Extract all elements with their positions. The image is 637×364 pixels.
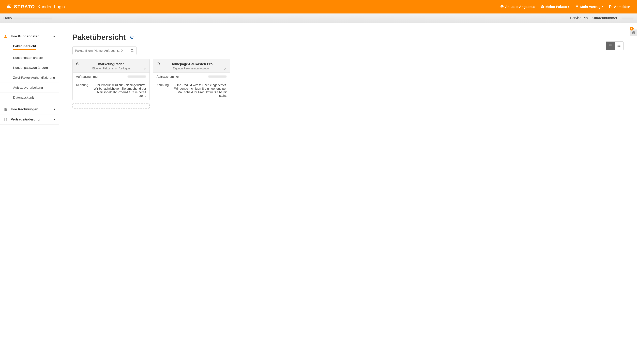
sidebar-item-change-password[interactable]: Kundenpasswort ändern <box>0 63 59 73</box>
redacted-customer-number <box>622 17 634 20</box>
document-icon <box>4 108 8 111</box>
sidebar: Ihre Kundendaten Paketübersicht Kundenda… <box>0 23 59 124</box>
card-subtitle: Eigenen Paketnamen festlegen <box>76 67 146 70</box>
greeting-left: Hallo <box>3 16 52 20</box>
redacted-order-number <box>208 75 227 78</box>
svg-rect-7 <box>609 45 610 45</box>
filter-input[interactable] <box>72 46 128 55</box>
top-bar: STRATO Kunden-Login % Aktuelle Angebote … <box>0 0 637 14</box>
card-row-order: Auftragsnummer <box>153 73 230 81</box>
order-number-label: Auftragsnummer <box>76 75 98 78</box>
ident-label: Kennung <box>156 84 172 87</box>
sidebar-head-customer-data[interactable]: Ihre Kundendaten <box>0 31 59 41</box>
nav-offers[interactable]: % Aktuelle Angebote <box>500 5 535 9</box>
svg-rect-11 <box>610 46 610 46</box>
svg-rect-12 <box>611 46 612 46</box>
card-title: marketingRadar <box>76 62 146 66</box>
view-toggle <box>606 42 624 50</box>
brand-logo-icon <box>7 4 12 9</box>
user-icon <box>575 5 579 8</box>
cards-container: marketingRadar Eigenen Paketnamen festle… <box>72 59 637 100</box>
user-icon <box>4 34 8 38</box>
sidebar-item-change-data[interactable]: Kundendaten ändern <box>0 53 59 63</box>
edit-document-icon <box>4 118 8 121</box>
nav-offers-label: Aktuelle Angebote <box>505 5 535 9</box>
sidebar-head-label: Vertragsänderung <box>11 118 40 121</box>
header-subtitle: Kunden-Login <box>38 4 65 10</box>
nav-logout-label: Abmelden <box>614 5 630 9</box>
package-card: Homepage-Baukasten Pro Eigenen Paketname… <box>153 59 230 100</box>
svg-point-5 <box>5 35 6 36</box>
greeting-bar: Hallo Service-PIN Kundennummer: <box>0 14 637 23</box>
svg-point-4 <box>576 6 578 7</box>
sidebar-item-order-processing[interactable]: Auftragsverarbeitung <box>0 83 59 93</box>
svg-rect-9 <box>611 45 612 45</box>
order-number-label: Auftragsnummer <box>156 75 179 78</box>
svg-text:%: % <box>501 6 503 8</box>
redacted-order-number <box>128 75 146 78</box>
view-list-button[interactable] <box>614 42 623 50</box>
sidebar-sub-customer-data: Paketübersicht Kundendaten ändern Kunden… <box>0 41 59 104</box>
svg-rect-18 <box>618 46 620 47</box>
sidebar-head-label: Ihre Kundendaten <box>11 34 40 38</box>
card-header: Homepage-Baukasten Pro Eigenen Paketname… <box>153 59 230 73</box>
sidebar-item-2fa[interactable]: Zwei-Faktor-Authentifizierung <box>0 73 59 83</box>
svg-text:?: ? <box>633 32 634 34</box>
card-row-order: Auftragsnummer <box>73 73 150 81</box>
nav-packages[interactable]: Meine Pakete <box>540 5 570 9</box>
pencil-icon[interactable] <box>144 68 146 70</box>
customer-number-label: Kundennummer: <box>592 16 618 20</box>
main-content: Paketübersicht marketingRadar <box>59 23 637 124</box>
sidebar-head-invoices[interactable]: Ihre Rechnungen <box>0 104 59 114</box>
svg-rect-8 <box>610 45 610 45</box>
help-icon: ? <box>632 31 636 34</box>
ident-text: - Ihr Produkt wird zur Zeit eingerichtet… <box>174 84 227 98</box>
nav-contract[interactable]: Mein Vertrag <box>575 5 603 9</box>
filter-row <box>72 46 637 55</box>
chevron-right-icon <box>602 6 603 8</box>
card-row-ident: Kennung - Ihr Produkt wird zur Zeit eing… <box>73 81 150 100</box>
svg-rect-17 <box>618 46 618 47</box>
add-package-placeholder[interactable] <box>72 104 150 108</box>
greeting-hello: Hallo <box>3 16 12 20</box>
filter-search-button[interactable] <box>128 46 136 55</box>
svg-line-20 <box>132 51 134 52</box>
card-title: Homepage-Baukasten Pro <box>156 62 227 66</box>
package-icon <box>540 5 544 8</box>
nav-packages-label: Meine Pakete <box>546 5 567 9</box>
clock-icon <box>76 62 79 66</box>
card-row-ident: Kennung - Ihr Produkt wird zur Zeit eing… <box>153 81 230 100</box>
service-pin-link[interactable]: Service-PIN <box>570 16 588 20</box>
sidebar-head-contract-change[interactable]: Vertragsänderung <box>0 114 59 124</box>
pencil-icon[interactable] <box>224 68 227 70</box>
svg-point-19 <box>131 50 133 52</box>
nav-logout[interactable]: Abmelden <box>609 5 630 9</box>
help-badge: 6 <box>630 27 634 30</box>
svg-rect-10 <box>609 46 610 46</box>
ident-text: - Ihr Produkt wird zur Zeit eingerichtet… <box>93 84 146 98</box>
view-grid-button[interactable] <box>606 42 614 50</box>
page-title: Paketübersicht <box>72 33 126 42</box>
grid-icon <box>608 44 612 48</box>
chevron-right-icon <box>54 118 55 121</box>
sidebar-item-package-overview[interactable]: Paketübersicht <box>0 41 59 53</box>
list-icon <box>617 44 621 48</box>
nav-contract-label: Mein Vertrag <box>580 5 600 9</box>
svg-rect-14 <box>618 45 620 45</box>
svg-rect-13 <box>618 45 618 45</box>
brand-text: STRATO <box>14 4 35 10</box>
sidebar-item-data-info[interactable]: Datenauskunft <box>0 93 59 102</box>
chevron-right-icon <box>568 6 570 8</box>
svg-rect-15 <box>618 46 618 46</box>
top-nav: % Aktuelle Angebote Meine Pakete Mein Ve… <box>500 5 630 9</box>
logout-icon <box>609 5 612 8</box>
card-subtitle: Eigenen Paketnamen festlegen <box>156 67 227 70</box>
percent-circle-icon: % <box>500 5 504 8</box>
logo-area: STRATO Kunden-Login <box>7 4 65 10</box>
refresh-icon[interactable] <box>130 35 134 40</box>
redacted-name <box>14 17 52 20</box>
help-widget: 6 ? <box>630 30 637 36</box>
clock-icon <box>156 62 160 66</box>
search-icon <box>130 49 134 52</box>
ident-label: Kennung <box>76 84 91 87</box>
